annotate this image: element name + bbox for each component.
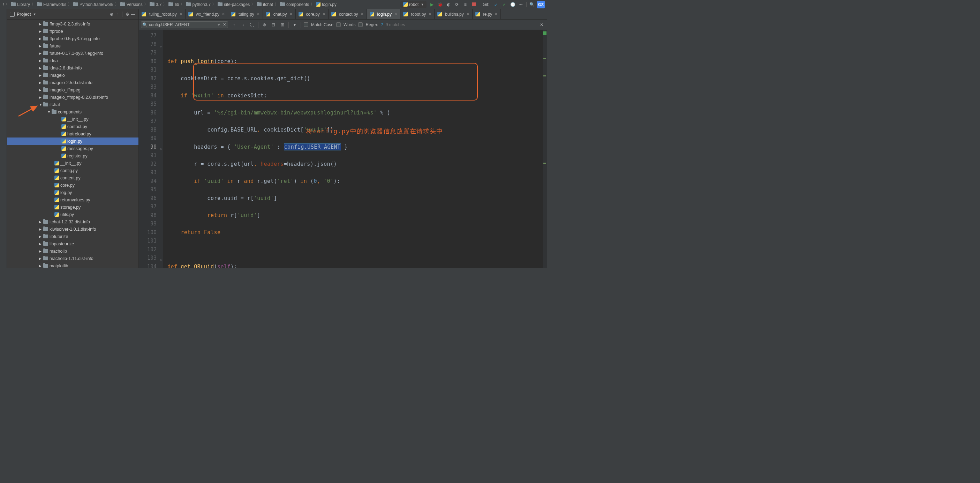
tree-item[interactable]: contact.py bbox=[7, 123, 138, 130]
tree-item[interactable]: log.py bbox=[7, 189, 138, 196]
settings-gear-icon[interactable]: ⚙ bbox=[124, 11, 130, 17]
breadcrumb-item[interactable]: Python.framework bbox=[73, 2, 114, 7]
project-tree[interactable]: ▶ffmpy3-0.2.3.dist-info▶ffprobe▶ffprobe-… bbox=[7, 19, 138, 268]
tree-arrow-icon[interactable]: ▶ bbox=[39, 66, 43, 70]
tree-item[interactable]: ▶imageio-2.5.0.dist-info bbox=[7, 79, 138, 86]
run-coverage-button[interactable]: ◐ bbox=[445, 2, 452, 8]
close-tab-icon[interactable]: ✕ bbox=[179, 12, 182, 16]
tree-item[interactable]: login.py bbox=[7, 137, 138, 145]
tree-item[interactable]: ▶future bbox=[7, 42, 138, 49]
tree-item[interactable]: register.py bbox=[7, 152, 138, 159]
translate-badge[interactable]: G文 bbox=[537, 1, 545, 8]
tree-arrow-icon[interactable]: ▶ bbox=[39, 81, 43, 84]
prev-match-button[interactable]: ↑ bbox=[231, 22, 237, 28]
locate-icon[interactable]: ⊕ bbox=[109, 11, 115, 17]
tree-item[interactable]: ▼itchat bbox=[7, 101, 138, 108]
tree-arrow-icon[interactable]: ▶ bbox=[39, 22, 43, 26]
tree-item[interactable]: ▶ffprobe bbox=[7, 27, 138, 35]
breadcrumb-item[interactable]: site-packages bbox=[217, 2, 250, 7]
debug-button[interactable]: 🐞 bbox=[437, 2, 443, 8]
tree-item[interactable]: ▶matplotlib bbox=[7, 262, 138, 268]
git-history-button[interactable]: 🕓 bbox=[509, 2, 516, 8]
editor-tab[interactable]: tuling.py✕ bbox=[228, 9, 263, 19]
editor-tab[interactable]: contact.py✕ bbox=[329, 9, 367, 19]
breadcrumb-item[interactable]: python3.7 bbox=[185, 2, 212, 7]
tree-arrow-icon[interactable]: ▶ bbox=[39, 30, 43, 33]
tree-item[interactable]: storage.py bbox=[7, 204, 138, 211]
tree-item[interactable]: ▶ffmpy3-0.2.3.dist-info bbox=[7, 20, 138, 27]
git-commit-button[interactable]: ✓ bbox=[501, 2, 508, 8]
words-checkbox[interactable] bbox=[336, 22, 341, 27]
breadcrumb-item[interactable]: Versions bbox=[119, 2, 143, 7]
tree-item[interactable]: utils.py bbox=[7, 211, 138, 218]
breadcrumb-item[interactable]: components bbox=[279, 2, 310, 7]
project-title[interactable]: Project ▼ bbox=[10, 12, 36, 17]
tree-item[interactable]: ▶libpasteurize bbox=[7, 240, 138, 247]
breadcrumb-item[interactable]: lib bbox=[168, 2, 180, 7]
tree-arrow-icon[interactable]: ▶ bbox=[39, 264, 43, 268]
close-tab-icon[interactable]: ✕ bbox=[290, 12, 293, 16]
tree-item[interactable]: hotreload.py bbox=[7, 130, 138, 137]
add-selection-button[interactable]: ⊕ bbox=[261, 22, 267, 28]
select-all-button[interactable]: ⛶ bbox=[249, 22, 255, 28]
tree-item[interactable]: ▶imageio_ffmpeg bbox=[7, 86, 138, 94]
git-update-button[interactable]: ↙ bbox=[493, 2, 499, 8]
tree-arrow-icon[interactable]: ▶ bbox=[39, 96, 43, 99]
help-icon[interactable]: ? bbox=[380, 22, 383, 27]
breadcrumb-item[interactable]: itchat bbox=[256, 2, 274, 7]
tree-item[interactable]: core.py bbox=[7, 182, 138, 189]
fold-icon[interactable]: ⊖ bbox=[160, 256, 162, 265]
remove-selection-button[interactable]: ⊟ bbox=[270, 22, 277, 28]
regex-checkbox[interactable] bbox=[358, 22, 363, 27]
find-input[interactable] bbox=[141, 21, 228, 28]
editor-tab[interactable]: login.py✕ bbox=[367, 9, 400, 19]
tree-arrow-icon[interactable]: ▶ bbox=[39, 37, 43, 40]
fold-icon[interactable]: ⊖ bbox=[160, 145, 162, 153]
tree-item[interactable]: ▶idna-2.8.dist-info bbox=[7, 64, 138, 72]
marker-bar[interactable] bbox=[542, 30, 547, 268]
close-tab-icon[interactable]: ✕ bbox=[361, 12, 364, 16]
tree-arrow-icon[interactable]: ▼ bbox=[48, 110, 51, 114]
editor-tab[interactable]: robot.py✕ bbox=[400, 9, 434, 19]
tree-item[interactable]: ▶imageio bbox=[7, 72, 138, 79]
tree-arrow-icon[interactable]: ▶ bbox=[39, 44, 43, 48]
tree-arrow-icon[interactable]: ▼ bbox=[39, 103, 43, 107]
git-revert-button[interactable]: ⤺ bbox=[518, 2, 524, 8]
expand-icon[interactable]: ÷ bbox=[115, 11, 120, 17]
run-button[interactable]: ▶ bbox=[429, 2, 435, 8]
tree-item[interactable]: ▼components bbox=[7, 108, 138, 115]
tree-arrow-icon[interactable]: ▶ bbox=[39, 220, 43, 224]
filter-icon[interactable]: ▼ bbox=[291, 22, 298, 28]
clear-icon[interactable]: ✕ bbox=[223, 22, 226, 27]
tree-item[interactable]: ▶imageio_ffmpeg-0.2.0.dist-info bbox=[7, 94, 138, 101]
editor-tab[interactable]: re.py✕ bbox=[473, 9, 501, 19]
tree-item[interactable]: content.py bbox=[7, 174, 138, 182]
tree-arrow-icon[interactable]: ▶ bbox=[39, 88, 43, 92]
close-tab-icon[interactable]: ✕ bbox=[257, 12, 260, 16]
concurrency-button[interactable]: ≡ bbox=[462, 2, 468, 8]
code-content[interactable]: def push_login(core): cookiesDict = core… bbox=[163, 30, 547, 268]
breadcrumb-item[interactable]: 3.7 bbox=[149, 2, 162, 7]
close-tab-icon[interactable]: ✕ bbox=[394, 12, 397, 16]
tree-arrow-icon[interactable]: ▶ bbox=[39, 242, 43, 246]
tree-arrow-icon[interactable]: ▶ bbox=[39, 59, 43, 62]
code-editor[interactable]: 7778⊖798081828384858687888990⊖9192939495… bbox=[139, 30, 547, 268]
close-find-button[interactable]: ✕ bbox=[538, 22, 545, 28]
fold-icon[interactable]: ⊖ bbox=[160, 42, 162, 51]
run-config-selector[interactable]: robot ▼ bbox=[400, 2, 426, 8]
tree-item[interactable]: messages.py bbox=[7, 145, 138, 152]
close-tab-icon[interactable]: ✕ bbox=[222, 12, 225, 16]
editor-tab[interactable]: chat.py✕ bbox=[263, 9, 296, 19]
select-occurrences-button[interactable]: ⊞ bbox=[279, 22, 286, 28]
editor-tab[interactable]: core.py✕ bbox=[296, 9, 329, 19]
tree-item[interactable]: __init__.py bbox=[7, 159, 138, 167]
tree-arrow-icon[interactable]: ▶ bbox=[39, 228, 43, 231]
tree-arrow-icon[interactable]: ▶ bbox=[39, 235, 43, 238]
newline-icon[interactable]: ↵ bbox=[218, 23, 220, 27]
tree-item[interactable]: ▶libfuturize bbox=[7, 233, 138, 240]
tree-item[interactable]: ▶idna bbox=[7, 57, 138, 64]
tree-item[interactable]: ▶itchat-1.2.32.dist-info bbox=[7, 218, 138, 225]
breadcrumb-item[interactable]: Frameworks bbox=[36, 2, 67, 7]
tree-item[interactable]: config.py bbox=[7, 167, 138, 174]
tree-item[interactable]: ▶kiwisolver-1.0.1.dist-info bbox=[7, 225, 138, 233]
